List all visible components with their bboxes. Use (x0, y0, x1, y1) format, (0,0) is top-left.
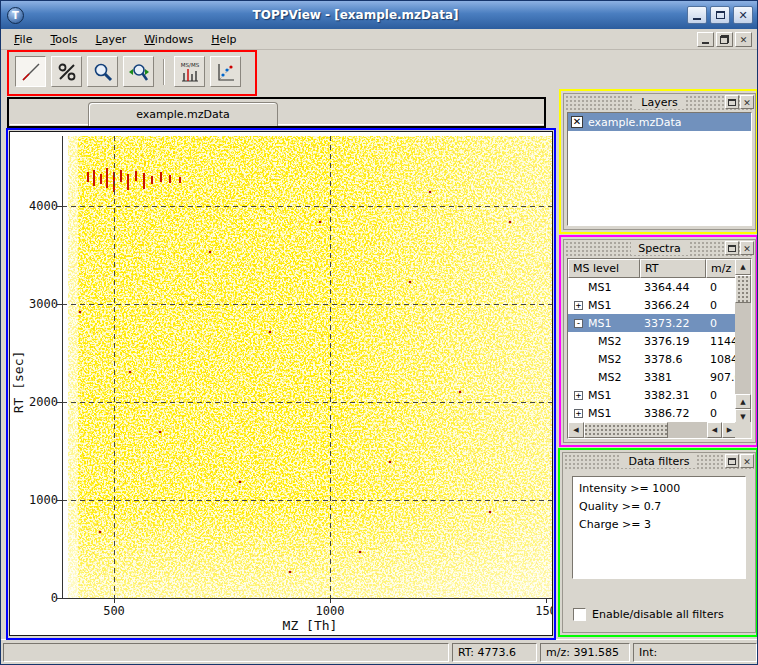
cell-mz: 907.6 (706, 371, 737, 384)
float-icon (728, 245, 736, 252)
expander-icon[interactable]: + (574, 301, 583, 310)
cell-mz: 0 (706, 281, 737, 294)
cell-mz: 0 (706, 389, 737, 402)
scroll-left-button[interactable] (707, 422, 722, 438)
ms-level: MS1 (588, 389, 611, 402)
expander-icon[interactable]: - (574, 319, 583, 328)
close-icon (738, 9, 747, 22)
ms-level: MS1 (588, 281, 611, 294)
menu-tools[interactable]: Tools (41, 30, 86, 49)
cell-rt: 3376.19 (640, 335, 706, 348)
spectrum-row[interactable]: MS2 3376.19 1144. (568, 332, 737, 350)
cell-mz: 1084. (706, 353, 737, 366)
mdi-window-controls (697, 32, 755, 47)
spectrum-row[interactable]: +MS1 3382.31 0 (568, 386, 737, 404)
cell-rt: 3366.24 (640, 299, 706, 312)
spectrum-row[interactable]: +MS1 3366.24 0 (568, 296, 737, 314)
spectrum-row[interactable]: MS2 3378.6 1084. (568, 350, 737, 368)
maximize-icon (716, 11, 725, 19)
layers-close-button[interactable] (740, 95, 754, 109)
column-header-rt[interactable]: RT (640, 259, 706, 278)
reset-zoom-button[interactable] (123, 56, 154, 87)
enable-filters-row: Enable/disable all filters (573, 608, 724, 621)
intensity-map-svg[interactable]: 4000 3000 2000 1000 0 500 1000 150 MZ [T… (10, 132, 552, 635)
layers-float-button[interactable] (725, 95, 739, 109)
ms-level: MS1 (588, 317, 611, 330)
menu-help[interactable]: Help (202, 30, 245, 49)
spectrum-row[interactable]: MS1 3364.44 0 (568, 278, 737, 296)
layer-visibility-checkbox[interactable] (571, 116, 583, 128)
spectra-float-button[interactable] (725, 241, 739, 255)
vertical-scrollbar[interactable] (735, 259, 751, 424)
cell-mz: 1144. (706, 335, 737, 348)
layers-list: example.mzData (567, 112, 752, 226)
data-filters-title: Data filters (621, 455, 696, 468)
msms-button[interactable]: MS/MS (174, 56, 205, 87)
tab-example-mzdata[interactable]: example.mzData (88, 102, 278, 127)
vertical-scroll-thumb[interactable] (735, 275, 751, 303)
spectra-panel-titlebar[interactable]: Spectra (565, 241, 754, 256)
percent-intensity-icon (56, 61, 78, 83)
spectrum-row-selected[interactable]: -MS1 3373.22 0 (568, 314, 737, 332)
menu-windows[interactable]: Windows (135, 30, 202, 49)
heatmap-data-area (68, 136, 552, 598)
cell-rt: 3378.6 (640, 353, 706, 366)
horizontal-scroll-thumb[interactable] (584, 422, 668, 438)
cell-ms-level: -MS1 (568, 317, 640, 330)
status-rt-field: RT: 4773.6 (452, 643, 537, 662)
spectrum-row[interactable]: +MS1 3386.72 0 (568, 404, 737, 422)
expander-icon[interactable]: + (574, 391, 583, 400)
mdi-close-button[interactable] (735, 32, 752, 47)
filter-item[interactable]: Intensity >= 1000 (573, 480, 745, 498)
toolbar-separator (163, 59, 165, 85)
cell-ms-level: MS2 (568, 353, 640, 366)
column-header-ms-level[interactable]: MS level (568, 259, 640, 278)
zoom-reset-icon (128, 61, 150, 83)
menu-layer[interactable]: Layer (87, 30, 136, 49)
plot-mode-button[interactable] (15, 56, 46, 87)
data-filters-close-button[interactable] (740, 454, 754, 468)
float-icon (728, 99, 736, 106)
intensity-percentage-button[interactable] (51, 56, 82, 87)
ms-level: MS1 (588, 299, 611, 312)
window-titlebar[interactable]: T TOPPView - [example.mzData] (1, 1, 758, 29)
spectra-close-button[interactable] (740, 241, 754, 255)
data-filters-titlebar[interactable]: Data filters (564, 454, 754, 469)
snap-to-data-button[interactable] (210, 56, 241, 87)
enable-filters-label: Enable/disable all filters (592, 608, 724, 621)
filter-item[interactable]: Quality >= 0.7 (573, 498, 745, 516)
enable-filters-checkbox[interactable] (573, 608, 586, 621)
scroll-left-button[interactable] (568, 422, 584, 438)
menu-file[interactable]: File (5, 30, 41, 49)
close-icon (743, 96, 751, 109)
filter-item[interactable]: Charge >= 3 (573, 516, 745, 534)
window-minimize-button[interactable] (687, 6, 707, 24)
y-tick: 3000 (29, 297, 58, 311)
mdi-restore-button[interactable] (716, 32, 733, 47)
scrollbar-corner (735, 422, 751, 438)
zoom-button[interactable] (87, 56, 118, 87)
y-tick: 1000 (29, 493, 58, 507)
window-maximize-button[interactable] (710, 6, 730, 24)
spectrum-row[interactable]: MS2 3381 907.6 (568, 368, 737, 386)
cell-rt: 3364.44 (640, 281, 706, 294)
x-tick: 150 (535, 604, 552, 618)
toolbar: MS/MS (15, 56, 241, 87)
column-header-mz[interactable]: m/z (706, 259, 737, 278)
layer-item[interactable]: example.mzData (568, 113, 751, 131)
spectra-table: MS level RT m/z MS1 3364.44 0 +MS1 3366.… (567, 258, 752, 439)
scroll-up-button[interactable] (735, 259, 751, 275)
expander-icon[interactable]: + (574, 409, 583, 418)
app-icon: T (7, 7, 24, 24)
cell-rt: 3373.22 (640, 317, 706, 330)
scroll-up-button[interactable] (735, 394, 751, 409)
data-filters-float-button[interactable] (725, 454, 739, 468)
horizontal-scrollbar[interactable] (568, 422, 737, 438)
layers-panel-titlebar[interactable]: Layers (565, 95, 754, 110)
close-icon (743, 455, 751, 468)
mdi-minimize-button[interactable] (697, 32, 714, 47)
window-close-button[interactable] (733, 6, 753, 24)
tab-bar: example.mzData (10, 99, 544, 127)
filter-list[interactable]: Intensity >= 1000 Quality >= 0.7 Charge … (572, 476, 746, 579)
data-filters-body: Intensity >= 1000 Quality >= 0.7 Charge … (566, 471, 752, 629)
